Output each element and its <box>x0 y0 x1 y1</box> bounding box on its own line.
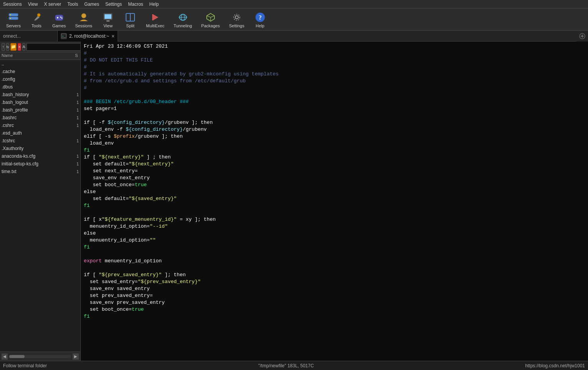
terminal-line-3: # DO NOT EDIT THIS FILE <box>84 57 585 64</box>
toolbar-tools[interactable]: Tools <box>27 10 46 30</box>
menu-macros[interactable]: Macros <box>128 2 143 7</box>
terminal-panel[interactable]: Fri Apr 23 12:46:09 CST 2021 # # DO NOT … <box>81 42 588 361</box>
horizontal-scrollbar[interactable] <box>9 355 71 358</box>
file-name: .Xauthority <box>2 146 71 151</box>
toolbar-split[interactable]: Split <box>121 10 140 30</box>
terminal-line-16: set default="${next_entry}" <box>84 161 585 168</box>
toolbar-help-label: Help <box>256 23 264 28</box>
sidebar-column-header: Name S <box>0 52 80 60</box>
scroll-right-button[interactable]: ▶ <box>73 353 79 360</box>
file-item-cache[interactable]: .cache <box>0 68 80 75</box>
file-item-bash-history[interactable]: .bash_history 1 <box>0 91 80 98</box>
file-item-esd-auth[interactable]: .esd_auth <box>0 129 80 137</box>
file-item-time-txt[interactable]: time.txt 1 <box>0 168 80 175</box>
file-item-cshrc[interactable]: .cshrc 1 <box>0 122 80 129</box>
terminal-line-7: # <box>84 85 585 92</box>
terminal-status-left: "/tmp/newfile" 183L, 5017C <box>258 363 314 368</box>
sidebar-btn-text[interactable]: A <box>22 43 26 51</box>
file-count: 1 <box>71 92 79 97</box>
terminal-line-33: save_env prev_saved_entry <box>84 299 585 306</box>
file-item-config[interactable]: .config <box>0 75 80 83</box>
toolbar-games[interactable]: Games <box>49 10 69 30</box>
scroll-left-button[interactable]: ◀ <box>2 353 8 360</box>
terminal-line-35: fi <box>84 313 585 320</box>
menu-settings[interactable]: Settings <box>105 2 122 7</box>
terminal-line-20: else <box>84 188 585 195</box>
toolbar-multiexec[interactable]: MultiExec <box>143 10 168 30</box>
sidebar-search-input[interactable] <box>27 43 81 51</box>
servers-icon <box>7 11 20 23</box>
file-name: .dbus <box>2 84 71 90</box>
file-name: time.txt <box>2 169 71 174</box>
sidebar-footer: ◀ ▶ <box>0 352 80 361</box>
toolbar-servers[interactable]: Servers <box>3 10 24 30</box>
terminal-line-14: fi <box>84 147 585 154</box>
tab-active[interactable]: >_ 2. root@localhost:~ × <box>58 31 118 42</box>
terminal-line-25: else <box>84 230 585 237</box>
terminal-line-2: # <box>84 50 585 57</box>
file-name: .bash_profile <box>2 107 71 113</box>
toolbar-help[interactable]: ? Help <box>251 10 270 30</box>
file-count: 1 <box>71 162 79 166</box>
svg-point-3 <box>10 18 11 19</box>
toolbar-tunneling[interactable]: Tunneling <box>171 10 195 30</box>
sidebar-btn-refresh[interactable]: ↻ <box>6 43 10 51</box>
menu-sessions[interactable]: Sessions <box>3 2 22 7</box>
svg-text:>_: >_ <box>62 35 65 38</box>
svg-rect-17 <box>152 14 153 20</box>
terminal-line-11: load_env -f ${config_directory}/grubenv <box>84 126 585 133</box>
terminal-line-17: set next_entry= <box>84 168 585 175</box>
terminal-content[interactable]: Fri Apr 23 12:46:09 CST 2021 # # DO NOT … <box>81 42 588 361</box>
sidebar-btn-delete[interactable]: ✕ <box>18 43 21 51</box>
terminal-line-28: export menuentry_id_option <box>84 258 585 265</box>
follow-terminal-label[interactable]: Follow terminal folder <box>3 363 47 368</box>
terminal-line-4: # <box>84 64 585 71</box>
menu-xserver[interactable]: X server <box>44 2 61 7</box>
file-item-tcshrc[interactable]: .tcshrc 1 <box>0 137 80 145</box>
terminal-status-right: https://blog.csdn.net/hjw1001 <box>525 363 585 368</box>
sidebar-btn-folder[interactable]: 📁 <box>10 43 17 51</box>
menu-tools[interactable]: Tools <box>67 2 78 7</box>
file-name: .. <box>2 61 71 67</box>
toolbar-sessions[interactable]: Sessions <box>72 10 95 30</box>
terminal-line-27: fi <box>84 244 585 251</box>
toolbar-sessions-label: Sessions <box>75 23 92 28</box>
terminal-line-blank5 <box>84 265 585 272</box>
settings-icon <box>231 11 243 23</box>
file-item-parent[interactable]: .. <box>0 60 80 68</box>
toolbar: Servers Tools Games <box>0 8 588 31</box>
col-s-header: S <box>73 52 80 60</box>
terminal-line-1: Fri Apr 23 12:46:09 CST 2021 <box>84 43 585 50</box>
file-item-bash-profile[interactable]: .bash_profile 1 <box>0 106 80 114</box>
multiexec-icon <box>149 11 161 23</box>
new-tab-button[interactable] <box>576 31 588 42</box>
file-item-bash-logout[interactable]: .bash_logout 1 <box>0 98 80 106</box>
file-item-dbus[interactable]: .dbus <box>0 83 80 91</box>
file-item-xauthority[interactable]: .Xauthority <box>0 145 80 152</box>
svg-text:?: ? <box>259 14 262 21</box>
file-item-anaconda-ks[interactable]: anaconda-ks.cfg 1 <box>0 152 80 160</box>
terminal-line-19: set boot_once=true <box>84 182 585 188</box>
terminal-line-12: elif [ -s $prefix/grubenv ]; then <box>84 133 585 140</box>
terminal-line-23: if [ x"${feature_menuentry_id}" = xy ]; … <box>84 216 585 223</box>
terminal-line-34: set boot_once=true <box>84 306 585 313</box>
svg-point-4 <box>37 13 40 17</box>
scrollbar-thumb <box>9 355 25 358</box>
connect-text: onnect... <box>3 33 21 39</box>
file-item-bashrc[interactable]: .bashrc 1 <box>0 114 80 122</box>
toolbar-settings[interactable]: Settings <box>226 10 247 30</box>
file-name: .bash_history <box>2 92 71 97</box>
menu-view[interactable]: View <box>28 2 38 7</box>
file-item-initial-setup[interactable]: initial-setup-ks.cfg 1 <box>0 160 80 168</box>
tab-connect[interactable]: onnect... <box>0 31 58 42</box>
terminal-line-10: if [ -f ${config_directory}/grubenv ]; t… <box>84 119 585 126</box>
toolbar-packages[interactable]: Packages <box>198 10 223 30</box>
file-name: .bash_logout <box>2 100 71 105</box>
toolbar-view[interactable]: View <box>98 10 118 30</box>
menu-help[interactable]: Help <box>149 2 159 7</box>
menu-games[interactable]: Games <box>84 2 99 7</box>
terminal-line-15: if [ "${next_entry}" ] ; then <box>84 154 585 161</box>
file-name: .config <box>2 77 71 82</box>
tab-close-button[interactable]: × <box>111 33 115 39</box>
sidebar-btn-upload[interactable]: ↑ <box>2 43 5 51</box>
